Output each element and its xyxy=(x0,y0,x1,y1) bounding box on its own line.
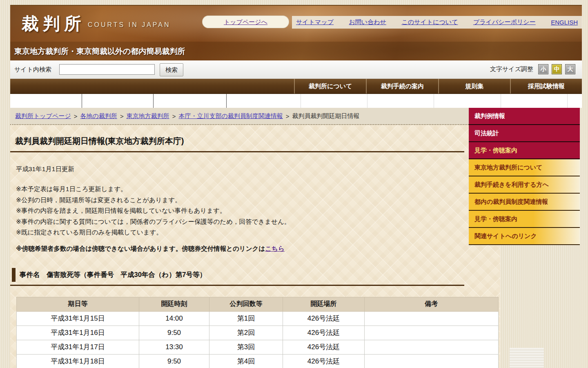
breadcrumb-separator: > xyxy=(172,113,176,120)
table-row: 平成31年1月18日 9:50 第4回 426号法廷 xyxy=(17,354,499,368)
table-header-cell: 開廷時刻 xyxy=(139,297,209,311)
table-header-cell: 期日等 xyxy=(17,297,139,311)
cell-session: 第4回 xyxy=(209,354,283,368)
cell-date: 平成31年1月18日 xyxy=(17,354,139,368)
font-size-button[interactable]: 中 xyxy=(552,64,562,74)
cell-room: 426号法廷 xyxy=(283,340,365,354)
font-size-button[interactable]: 大 xyxy=(565,64,575,74)
kochira-link[interactable]: こちら xyxy=(265,245,285,252)
sidebar-item-label: 見学・傍聴案内 xyxy=(474,147,517,154)
font-size-adjuster: 文字サイズ調整 小中大 xyxy=(490,64,575,74)
sidebar-item[interactable]: 見学・傍聴案内 xyxy=(469,211,580,228)
cell-time: 14:00 xyxy=(139,311,209,326)
sidebar-menu: 裁判例情報 司法統計 見学・傍聴案内 東京地方裁判所について 裁判手続きを利用す… xyxy=(469,108,580,245)
sidebar-item-label: 見学・傍聴案内 xyxy=(474,215,517,222)
divider xyxy=(434,94,434,108)
header-link[interactable]: サイトマップ xyxy=(296,18,334,26)
cell-date: 平成31年1月16日 xyxy=(17,326,139,340)
divider xyxy=(367,94,368,108)
breadcrumb-link[interactable]: 各地の裁判所 xyxy=(80,112,117,120)
table-header-cell: 備考 xyxy=(365,297,499,311)
sidebar-item[interactable]: 都内の裁判員制度関連情報 xyxy=(469,194,580,211)
cell-time: 9:50 xyxy=(139,326,209,340)
header-link[interactable]: プライバシーポリシー xyxy=(473,18,536,26)
breadcrumb-link[interactable]: 裁判所トップページ xyxy=(15,112,71,120)
sidebar-item[interactable]: 見学・傍聴案内 xyxy=(469,142,580,159)
cell-note xyxy=(365,340,499,354)
sidebar-item-label: 裁判例情報 xyxy=(474,112,505,119)
notes-list: ※本予定表は毎月1日ころ更新します。※公判の日時，開廷場所等は変更されることがあ… xyxy=(16,184,500,238)
table-header-cell: 開廷場所 xyxy=(283,297,365,311)
site-search-input[interactable] xyxy=(59,64,155,75)
sidebar-item-label: 都内の裁判員制度関連情報 xyxy=(474,198,548,205)
divider xyxy=(501,94,501,108)
divider xyxy=(226,94,227,108)
cell-time: 9:50 xyxy=(139,354,209,368)
site-header: 裁判所COURTS IN JAPAN トップページへ サイトマップお問い合わせこ… xyxy=(10,5,582,60)
court-dates-table: 期日等開廷時刻公判回数等開廷場所備考 平成31年1月15日 14:00 第1回 … xyxy=(16,297,499,368)
nav-item[interactable]: 規則集 xyxy=(438,79,510,94)
breadcrumb-links: 裁判所トップページ > 各地の裁判所 > 東京地方裁判所 > 本庁・立川支部の裁… xyxy=(15,112,290,120)
note-line: ※事件の内容に関する質問については，関係者のプライバシー保護等のため，回答できま… xyxy=(16,216,500,227)
note-line: ※事件の内容を踏まえ，開廷期日情報を掲載していない事件もあります。 xyxy=(16,205,500,216)
divider xyxy=(301,94,301,108)
sidebar-item[interactable]: 関連サイトへのリンク xyxy=(469,228,580,245)
logo-english-text: COURTS IN JAPAN xyxy=(88,21,171,29)
header-link[interactable]: お問い合わせ xyxy=(349,18,386,26)
top-page-button[interactable]: トップページへ xyxy=(202,16,289,28)
subtitle-text: 東京地方裁判所・東京簡裁以外の都内簡易裁判所 xyxy=(14,46,185,57)
font-size-button[interactable]: 小 xyxy=(538,64,548,74)
cell-room: 426号法廷 xyxy=(283,311,365,326)
cell-note xyxy=(365,311,499,326)
search-button[interactable]: 検索 xyxy=(160,63,183,76)
breadcrumb-link[interactable]: 東京地方裁判所 xyxy=(127,112,169,120)
page-container: 裁判所COURTS IN JAPAN トップページへ サイトマップお問い合わせこ… xyxy=(10,5,582,368)
sidebar-item[interactable]: 裁判手続きを利用する方へ xyxy=(469,176,580,194)
divider xyxy=(82,94,82,108)
main-content: 裁判員裁判開廷期日情報(東京地方裁判所本庁) 平成31年1月1日更新 ※本予定表… xyxy=(10,125,500,368)
logo-japanese-text: 裁判所 xyxy=(22,14,85,33)
updated-date: 平成31年1月1日更新 xyxy=(16,165,500,174)
main-nav: 裁判所について裁判手続の案内規則集採用試験情報 xyxy=(10,79,582,94)
cell-note xyxy=(365,354,499,368)
page-title: 裁判員裁判開廷期日情報(東京地方裁判所本庁) xyxy=(10,125,500,147)
attendance-note-text: ※傍聴希望者多数の場合は傍聴できない場合があります。傍聴券交付情報とのリンクは xyxy=(16,245,265,252)
site-search-label: サイト内検索 xyxy=(14,66,51,74)
cell-note xyxy=(365,326,499,340)
sidebar-item[interactable]: 司法統計 xyxy=(469,125,580,142)
title-rule xyxy=(10,151,464,152)
cell-room: 426号法廷 xyxy=(283,326,365,340)
divider xyxy=(567,94,568,108)
sidebar-item-label: 関連サイトへのリンク xyxy=(474,232,537,239)
attendance-note: ※傍聴希望者多数の場合は傍聴できない場合があります。傍聴券交付情報とのリンクはこ… xyxy=(16,245,500,253)
sidebar-item-label: 東京地方裁判所について xyxy=(474,164,542,171)
header-link[interactable]: このサイトについて xyxy=(401,18,458,26)
cell-session: 第3回 xyxy=(209,340,283,354)
note-line: ※公判の日時，開廷場所等は変更されることがあります。 xyxy=(16,195,500,206)
top-page-button-label: トップページへ xyxy=(224,18,267,25)
divider xyxy=(153,94,154,108)
nav-item[interactable]: 裁判所について xyxy=(294,79,366,94)
header-link[interactable]: ENGLISH xyxy=(551,19,578,26)
cell-session: 第1回 xyxy=(209,311,283,326)
main-nav-menu: 裁判所について裁判手続の案内規則集採用試験情報 xyxy=(294,79,582,94)
breadcrumb-link[interactable]: 本庁・立川支部の裁判員制度関連情報 xyxy=(178,112,283,120)
table-header-cell: 公判回数等 xyxy=(209,297,283,311)
courts-in-japan-logo[interactable]: 裁判所COURTS IN JAPAN xyxy=(22,12,171,35)
table-row: 平成31年1月15日 14:00 第1回 426号法廷 xyxy=(17,311,499,326)
cell-room: 426号法廷 xyxy=(283,354,365,368)
cell-date: 平成31年1月17日 xyxy=(17,340,139,354)
case-title: 事件名 傷害致死等（事件番号 平成30年合（わ）第7号等） xyxy=(20,270,206,279)
sidebar-item[interactable]: 裁判例情報 xyxy=(469,108,580,125)
breadcrumb: 裁判所トップページ > 各地の裁判所 > 東京地方裁判所 > 本庁・立川支部の裁… xyxy=(10,108,469,125)
note-line: ※既に指定されている期日のみを掲載しています。 xyxy=(16,227,500,238)
table-body: 平成31年1月15日 14:00 第1回 426号法廷 平成31年1月16日 9… xyxy=(17,311,499,368)
table-row: 平成31年1月16日 9:50 第2回 426号法廷 xyxy=(17,326,499,340)
nav-item[interactable]: 採用試験情報 xyxy=(510,79,582,94)
sidebar-item[interactable]: 東京地方裁判所について xyxy=(469,159,580,176)
font-size-label: 文字サイズ調整 xyxy=(490,65,533,73)
nav-item[interactable]: 裁判手続の案内 xyxy=(366,79,438,94)
sidebar-item-label: 裁判手続きを利用する方へ xyxy=(474,181,549,188)
note-line: ※本予定表は毎月1日ころ更新します。 xyxy=(16,184,500,195)
case-header-bar xyxy=(12,268,16,282)
